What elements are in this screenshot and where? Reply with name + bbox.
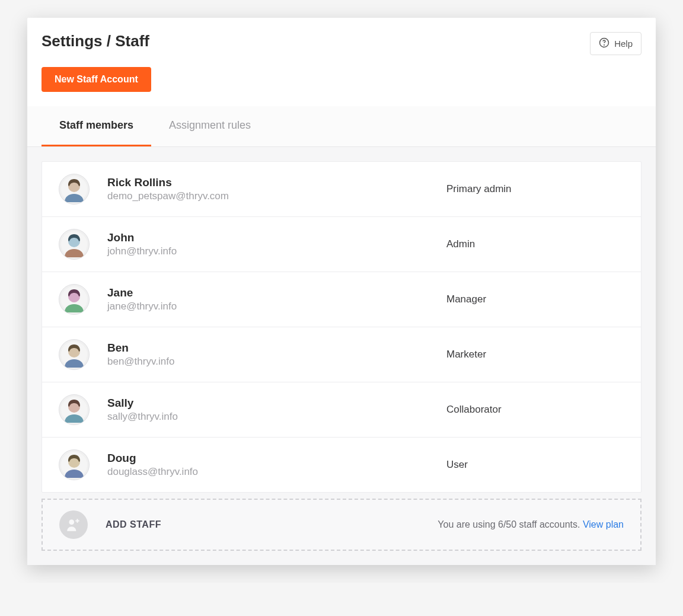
staff-row[interactable]: Ben ben@thryv.info Marketer — [42, 327, 641, 382]
staff-email: douglass@thryv.info — [107, 466, 446, 478]
staff-name: Rick Rollins — [107, 176, 446, 189]
settings-staff-card: Settings / Staff Help New Staff Account … — [27, 18, 656, 565]
add-staff-icon — [59, 510, 88, 539]
staff-role: Primary admin — [446, 183, 624, 195]
help-label: Help — [614, 39, 633, 49]
content-area: Rick Rollins demo_petspaw@thryv.com Prim… — [27, 147, 656, 565]
staff-role: User — [446, 459, 624, 471]
staff-row[interactable]: Rick Rollins demo_petspaw@thryv.com Prim… — [42, 162, 641, 217]
staff-email: sally@thryv.info — [107, 411, 446, 423]
staff-email: ben@thryv.info — [107, 356, 446, 368]
staff-info: Sally sally@thryv.info — [107, 397, 446, 423]
avatar — [59, 339, 90, 370]
svg-point-1 — [604, 44, 605, 45]
help-button[interactable]: Help — [590, 32, 641, 55]
add-staff-label: ADD STAFF — [106, 519, 438, 530]
usage-text: You are using 6/50 staff accounts. View … — [438, 519, 624, 530]
staff-name: Sally — [107, 397, 446, 410]
staff-info: Jane jane@thryv.info — [107, 286, 446, 312]
staff-list: Rick Rollins demo_petspaw@thryv.com Prim… — [42, 161, 641, 493]
avatar — [59, 174, 90, 205]
staff-email: demo_petspaw@thryv.com — [107, 190, 446, 202]
tabs-bar: Staff members Assignment rules — [27, 106, 656, 147]
header-bar: Settings / Staff Help — [27, 18, 656, 55]
avatar — [59, 229, 90, 260]
staff-info: Doug douglass@thryv.info — [107, 452, 446, 478]
staff-role: Manager — [446, 293, 624, 305]
staff-row[interactable]: John john@thryv.info Admin — [42, 217, 641, 272]
staff-row[interactable]: Sally sally@thryv.info Collaborator — [42, 382, 641, 438]
staff-info: John john@thryv.info — [107, 231, 446, 257]
staff-info: Rick Rollins demo_petspaw@thryv.com — [107, 176, 446, 202]
staff-name: Doug — [107, 452, 446, 465]
avatar — [59, 449, 90, 480]
svg-point-14 — [69, 519, 74, 525]
new-staff-account-button[interactable]: New Staff Account — [42, 67, 151, 92]
help-icon — [599, 37, 609, 50]
staff-role: Collaborator — [446, 404, 624, 416]
staff-name: John — [107, 231, 446, 244]
staff-role: Admin — [446, 238, 624, 250]
view-plan-link[interactable]: View plan — [583, 519, 624, 529]
staff-name: Ben — [107, 341, 446, 355]
tab-assignment-rules[interactable]: Assignment rules — [151, 106, 269, 146]
staff-row[interactable]: Doug douglass@thryv.info User — [42, 438, 641, 492]
avatar — [59, 394, 90, 425]
add-staff-row[interactable]: ADD STAFF You are using 6/50 staff accou… — [42, 499, 641, 551]
staff-role: Marketer — [446, 349, 624, 360]
staff-info: Ben ben@thryv.info — [107, 341, 446, 368]
staff-email: john@thryv.info — [107, 245, 446, 257]
tab-staff-members[interactable]: Staff members — [42, 106, 151, 146]
avatar — [59, 284, 90, 315]
staff-name: Jane — [107, 286, 446, 299]
usage-count: You are using 6/50 staff accounts. — [438, 519, 583, 529]
breadcrumb: Settings / Staff — [42, 32, 149, 50]
staff-row[interactable]: Jane jane@thryv.info Manager — [42, 272, 641, 327]
staff-email: jane@thryv.info — [107, 301, 446, 312]
